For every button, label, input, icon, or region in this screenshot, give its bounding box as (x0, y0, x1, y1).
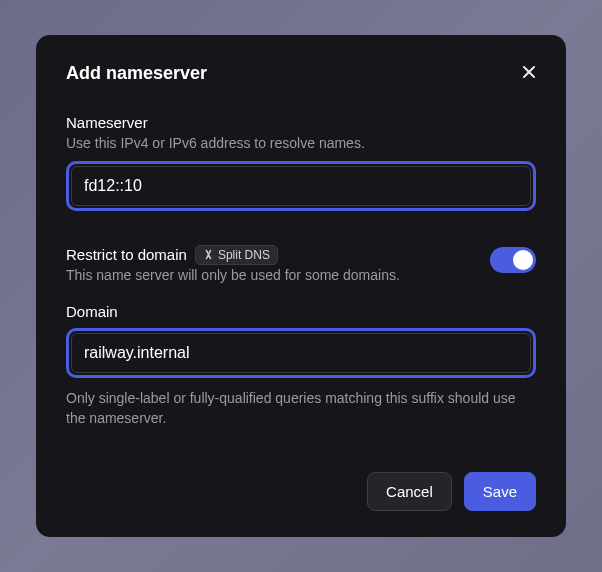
restrict-text-block: Restrict to domain Split DNS This name s… (66, 245, 400, 283)
domain-helper: Only single-label or fully-qualified que… (66, 388, 536, 429)
split-icon (203, 249, 214, 260)
restrict-hint: This name server will only be used for s… (66, 267, 400, 283)
nameserver-input[interactable] (71, 166, 531, 206)
add-nameserver-modal: Add nameserver Nameserver Use this IPv4 … (36, 35, 566, 538)
domain-section: Domain Only single-label or fully-qualif… (66, 303, 536, 429)
split-dns-badge: Split DNS (195, 245, 278, 265)
nameserver-hint: Use this IPv4 or IPv6 address to resolve… (66, 135, 536, 151)
cancel-button[interactable]: Cancel (367, 472, 452, 511)
nameserver-section: Nameserver Use this IPv4 or IPv6 address… (66, 114, 536, 211)
toggle-knob (513, 250, 533, 270)
restrict-section: Restrict to domain Split DNS This name s… (66, 245, 536, 283)
restrict-toggle[interactable] (490, 247, 536, 273)
nameserver-input-focus-ring (66, 161, 536, 211)
split-dns-badge-label: Split DNS (218, 248, 270, 262)
restrict-label: Restrict to domain (66, 246, 187, 263)
modal-title: Add nameserver (66, 63, 536, 84)
nameserver-label: Nameserver (66, 114, 536, 131)
close-icon (521, 64, 537, 80)
modal-footer: Cancel Save (66, 472, 536, 511)
close-button[interactable] (518, 61, 540, 83)
domain-input-focus-ring (66, 328, 536, 378)
domain-input[interactable] (71, 333, 531, 373)
save-button[interactable]: Save (464, 472, 536, 511)
domain-label: Domain (66, 303, 536, 320)
